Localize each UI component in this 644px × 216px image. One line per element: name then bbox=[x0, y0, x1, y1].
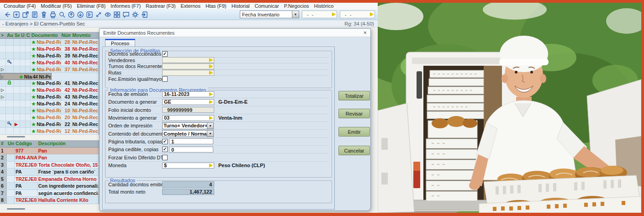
lookup-field-turnos-docs-recurrentes[interactable]: ▶ bbox=[162, 63, 214, 69]
copies-field-p-gina-cedible-copias[interactable]: 0 bbox=[169, 147, 213, 153]
menu-item-hist-rico[interactable]: Histórico bbox=[314, 3, 334, 9]
lookup-field-rutas[interactable]: ▶ bbox=[162, 70, 214, 76]
menu-item-p-negocios[interactable]: P.Negocios bbox=[284, 3, 309, 9]
new-toolbar-button[interactable] bbox=[12, 10, 21, 19]
copies-field-p-gina-tributaria-copias[interactable]: 1 bbox=[169, 138, 213, 144]
view-toolbar-button[interactable] bbox=[103, 10, 112, 19]
totalizar-button[interactable]: Totalizar bbox=[338, 91, 370, 100]
print-toolbar-button[interactable] bbox=[48, 10, 57, 19]
menu-item-externos[interactable]: Externos bbox=[181, 3, 201, 9]
cell-us bbox=[20, 94, 26, 100]
table-row[interactable]: ★Nta-Ped-Rc38Nt-Ped-Rec bbox=[0, 46, 99, 53]
lookup-arrow-icon[interactable]: ▶ bbox=[370, 11, 374, 16]
table-row[interactable]: ★Nta-Ped-Rc20Nt-Ped-Rec bbox=[0, 114, 99, 121]
trash-toolbar-button[interactable] bbox=[39, 10, 48, 19]
table-row[interactable]: ★Nta-Ped-Rc28Nt-Ped-Rec bbox=[0, 39, 99, 46]
item-row[interactable]: 8TRZEJE03Hallulla Corriente Kilo bbox=[0, 197, 99, 204]
tab-proceso[interactable]: Proceso bbox=[105, 39, 135, 47]
table-row[interactable]: ▷★Nta-Ped-Rc44Nt-Ped-Rec bbox=[0, 73, 52, 80]
chat-toolbar-button[interactable] bbox=[121, 10, 130, 19]
menu-item-consultar-f4[interactable]: Consultar (F4) bbox=[4, 3, 36, 9]
documento-value: Nta-Ped-Rc bbox=[37, 80, 61, 86]
item-row[interactable]: 6PACon ingrediente personalizado bbox=[0, 183, 99, 190]
checkbox-p-gina-cedible-copias[interactable]: ✓ bbox=[162, 147, 168, 152]
chevron-down-icon[interactable]: ▼ bbox=[207, 131, 213, 137]
close-icon[interactable]: × bbox=[363, 30, 367, 36]
menu-item-comunicar[interactable]: Comunicar bbox=[255, 3, 279, 9]
table-row[interactable]: ★Nta-Ped-Rc39Nt-Ped-Rec bbox=[0, 53, 99, 59]
nav-down-toolbar-button[interactable] bbox=[76, 10, 84, 19]
cell-movmto: Nt-Ped-Rec bbox=[71, 128, 99, 134]
row-indicator: ▷ bbox=[0, 74, 4, 79]
cell-codigo: PA bbox=[15, 190, 37, 197]
menu-item-historial[interactable]: Historial bbox=[232, 3, 250, 9]
lookup-field-moneda[interactable]: $▶ bbox=[162, 163, 214, 169]
menu-item-eliminar-f8[interactable]: Eliminar (F8) bbox=[77, 3, 106, 9]
field-row-docmtos-seleccionados: Docmtos seleccionados✓ bbox=[108, 51, 329, 58]
horizontal-scrollbar[interactable] bbox=[7, 136, 25, 137]
open-toolbar-button[interactable] bbox=[21, 10, 30, 19]
lookup-field-movimiento-a-generar[interactable]: 03▶ bbox=[162, 115, 214, 121]
menu-item-informes-f7[interactable]: Informes (F7) bbox=[111, 3, 141, 9]
checkbox-p-gina-tributaria-copias[interactable]: ✓ bbox=[162, 139, 168, 144]
cell-documento: ★Nta-Ped-Rc bbox=[31, 53, 62, 59]
tools-toolbar-button[interactable] bbox=[94, 10, 103, 19]
settings-toolbar-button[interactable] bbox=[131, 10, 139, 19]
dropdown-orden-de-impresi-n[interactable]: Turno+ Vendedor+ Clte▼ bbox=[162, 122, 214, 129]
lookup-arrow-icon[interactable]: ▶ bbox=[209, 63, 213, 68]
range-to-field[interactable]: - - ▶ bbox=[340, 11, 375, 18]
nav-up-toolbar-button[interactable] bbox=[67, 10, 75, 19]
chevron-down-icon[interactable]: ▼ bbox=[292, 11, 299, 18]
menu-item-modificar-f5[interactable]: Modificar (F5) bbox=[41, 3, 72, 9]
table-row[interactable]: ★Nta-Ped-Rc24Nt-Ped-Rec bbox=[0, 100, 99, 107]
table-row[interactable]: ★Nta-Ped-Rc40Nt-Ped-Rec bbox=[0, 59, 99, 66]
search-toolbar-button[interactable] bbox=[58, 10, 66, 19]
lookup-field-vendedores[interactable]: ▶ bbox=[162, 57, 214, 63]
lookup-arrow-icon[interactable]: ▶ bbox=[209, 163, 213, 168]
emitir-button[interactable]: Emitir bbox=[338, 127, 370, 137]
back-toolbar-button[interactable] bbox=[3, 10, 11, 19]
exit-toolbar-button[interactable] bbox=[140, 10, 148, 19]
table-row[interactable]: ★Nta-Ped-Rc12Nt-Ped-Rec bbox=[0, 128, 99, 135]
item-row[interactable]: 3TRZEJE00Torta Chocolate Otoño, 15 Porci… bbox=[0, 162, 99, 169]
item-row[interactable]: 1977Pan bbox=[0, 148, 99, 155]
item-row[interactable]: 5TRZEJE02Empanada Chilena Horno bbox=[0, 176, 99, 183]
notes-toolbar-button[interactable] bbox=[30, 10, 39, 19]
lookup-arrow-icon[interactable]: ▶ bbox=[209, 115, 213, 120]
lookup-arrow-icon[interactable]: ▶ bbox=[209, 91, 213, 96]
next-toolbar-button[interactable] bbox=[85, 10, 94, 19]
sort-mode-dropdown[interactable]: Fecha Inventario ▼ bbox=[240, 11, 299, 18]
lookup-field-fecha-de-emisi-n[interactable]: 16-11-2023▶ bbox=[162, 91, 214, 97]
chevron-down-icon[interactable]: ▼ bbox=[207, 123, 213, 129]
cancelar-button[interactable]: Cancelar bbox=[338, 146, 370, 155]
modules-toolbar-button[interactable] bbox=[112, 10, 121, 19]
cell-ca bbox=[26, 100, 31, 107]
checkbox-docmtos-seleccionados[interactable]: ✓ bbox=[162, 51, 168, 57]
nav-down-icon bbox=[77, 11, 84, 18]
table-row[interactable]: ★Nta-Ped-Rc10Nt-Ped-Rec bbox=[0, 107, 99, 114]
checkbox-forzar-envio-diferido-dte[interactable] bbox=[162, 155, 168, 160]
lookup-arrow-icon[interactable]: ▶ bbox=[209, 70, 213, 75]
range-from-field[interactable]: - - ▶ bbox=[302, 11, 337, 18]
checkbox-fec-emisi-n-igual-mayor[interactable] bbox=[162, 76, 168, 82]
item-row[interactable]: 7PAsegún acuerdo confidencial bbox=[0, 190, 99, 197]
lookup-arrow-icon[interactable]: ▶ bbox=[332, 11, 336, 16]
lookup-arrow-icon[interactable]: ▶ bbox=[209, 99, 213, 104]
table-row[interactable]: ▷★Nta-Ped-Rc42Nt-Ped-Rec bbox=[0, 87, 99, 94]
column-header-au: Au bbox=[6, 32, 14, 38]
table-row[interactable]: ▷★Nta-Ped-Rc43Nt-Ped-Rec bbox=[0, 94, 99, 100]
menu-item-htas-f9[interactable]: Htas (F9) bbox=[206, 3, 227, 9]
table-row[interactable]: ▷★Nta-Ped-Rc37Nt-Ped-Rec bbox=[0, 66, 99, 73]
table-row[interactable]: ▶★Nta-Ped-Rc22Nt-Ped-Rec bbox=[0, 121, 99, 128]
field-row-vendedores: Vendedores▶ bbox=[108, 58, 329, 64]
lookup-field-documento-a-generar[interactable]: GE▶ bbox=[162, 99, 214, 105]
item-row[interactable]: 2PAN-ANAPan bbox=[0, 154, 99, 162]
revisar-button[interactable]: Revisar bbox=[338, 109, 370, 118]
cell-se bbox=[8, 74, 12, 79]
dropdown-contenido-del-documento[interactable]: Completo / Normal▼ bbox=[162, 130, 214, 137]
horizontal-scrollbar[interactable] bbox=[7, 208, 25, 210]
lookup-arrow-icon[interactable]: ▶ bbox=[209, 57, 213, 62]
menu-item-rastrear-f3[interactable]: Rastrear (F3) bbox=[146, 3, 175, 9]
table-row[interactable]: ★Nta-Ped-Rc41Nt-Ped-Rec bbox=[0, 80, 99, 87]
item-row[interactable]: 4PAFrase ´para ti con cariño´ bbox=[0, 169, 99, 176]
